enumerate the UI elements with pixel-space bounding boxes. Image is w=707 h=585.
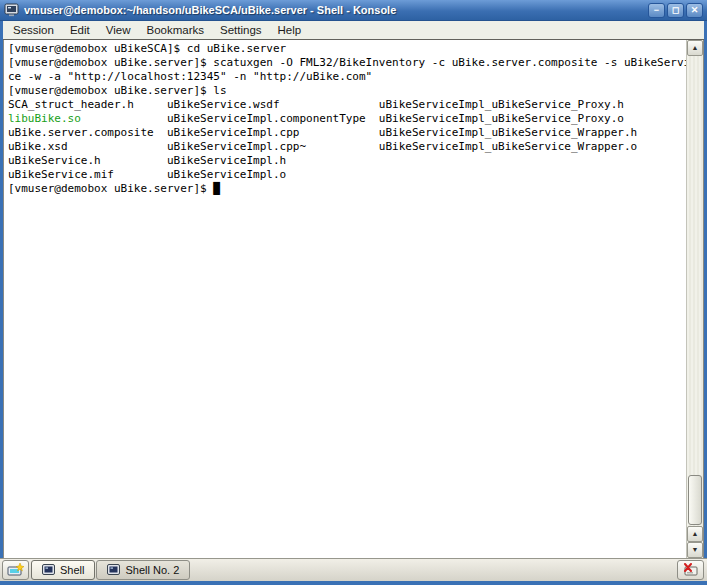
tab-shell-no-2[interactable]: Shell No. 2 — [96, 560, 190, 580]
terminal-line: uBike.server.composite uBikeServiceImpl.… — [8, 126, 686, 140]
menu-item-settings[interactable]: Settings — [212, 22, 270, 38]
terminal-line: uBikeService.mif uBikeServiceImpl.o — [8, 168, 686, 182]
terminal-text-segment: uBike.server.composite uBikeServiceImpl.… — [8, 126, 637, 139]
terminal-line: [vmuser@demobox uBike.server]$ ls — [8, 84, 686, 98]
menu-item-help[interactable]: Help — [270, 22, 310, 38]
tab-list: ShellShell No. 2 — [31, 560, 190, 581]
close-session-icon — [682, 563, 699, 577]
terminal-line: uBike.xsd uBikeServiceImpl.cpp~ uBikeSer… — [8, 140, 686, 154]
terminal-text-segment: uBikeService.mif uBikeServiceImpl.o — [8, 168, 286, 181]
tab-bar: ShellShell No. 2 — [0, 558, 707, 581]
scrollbar[interactable]: ▲ ▲ ▼ — [686, 40, 703, 558]
terminal-line: [vmuser@demobox uBike.server]$ scatuxgen… — [8, 56, 686, 70]
menu-item-view[interactable]: View — [98, 22, 139, 38]
terminal-line: libuBike.so uBikeServiceImpl.componentTy… — [8, 112, 686, 126]
menu-item-edit[interactable]: Edit — [62, 22, 98, 38]
scrollbar-track[interactable] — [687, 56, 703, 526]
new-session-icon — [7, 563, 25, 578]
menu-item-session[interactable]: Session — [5, 22, 62, 38]
terminal-text-segment: [vmuser@demobox uBike.server]$ scatuxgen… — [8, 56, 686, 69]
terminal-area: [vmuser@demobox uBikeSCA]$ cd uBike.serv… — [3, 40, 704, 558]
close-session-button[interactable] — [677, 560, 704, 580]
scroll-up-button[interactable]: ▲ — [687, 40, 703, 56]
tab-label: Shell — [60, 564, 84, 576]
scroll-down-button[interactable]: ▼ — [687, 542, 703, 558]
terminal[interactable]: [vmuser@demobox uBikeSCA]$ cd uBike.serv… — [4, 40, 686, 558]
terminal-text-segment: uBike.xsd uBikeServiceImpl.cpp~ uBikeSer… — [8, 140, 637, 153]
terminal-line: ce -w -a "http://localhost:12345" -n "ht… — [8, 70, 686, 84]
minimize-button[interactable]: − — [648, 3, 665, 18]
window-title: vmuser@demobox:~/handson/uBikeSCA/uBike.… — [24, 4, 643, 16]
new-session-button[interactable] — [2, 560, 29, 580]
window-titlebar[interactable]: vmuser@demobox:~/handson/uBikeSCA/uBike.… — [0, 0, 707, 21]
terminal-text-segment: [vmuser@demobox uBike.server]$ — [8, 182, 213, 195]
scroll-up-button-bottom[interactable]: ▲ — [687, 526, 703, 542]
close-button[interactable]: ✕ — [686, 3, 703, 18]
konsole-icon — [4, 3, 19, 17]
terminal-cursor: █ — [213, 182, 220, 195]
terminal-line: uBikeService.h uBikeServiceImpl.h — [8, 154, 686, 168]
terminal-text-segment: SCA_struct_header.h uBikeService.wsdf uB… — [8, 98, 624, 111]
terminal-text-segment: uBikeService.h uBikeServiceImpl.h — [8, 154, 286, 167]
window-controls: − ◻ ✕ — [648, 3, 703, 18]
terminal-text-segment: [vmuser@demobox uBikeSCA]$ cd uBike.serv… — [8, 42, 286, 55]
terminal-line: [vmuser@demobox uBikeSCA]$ cd uBike.serv… — [8, 42, 686, 56]
menu-bar: SessionEditViewBookmarksSettingsHelp — [3, 21, 704, 40]
scrollbar-thumb[interactable] — [688, 475, 702, 525]
tab-label: Shell No. 2 — [125, 564, 179, 576]
terminal-line: [vmuser@demobox uBike.server]$ █ — [8, 182, 686, 196]
shared-library-filename: libuBike.so — [8, 112, 81, 125]
terminal-text-segment: ce -w -a "http://localhost:12345" -n "ht… — [8, 70, 372, 83]
terminal-text-segment: uBikeServiceImpl.componentType uBikeServ… — [81, 112, 624, 125]
konsole-tab-icon — [42, 564, 55, 576]
menu-item-bookmarks[interactable]: Bookmarks — [138, 22, 212, 38]
konsole-tab-icon — [107, 564, 120, 576]
konsole-window: vmuser@demobox:~/handson/uBikeSCA/uBike.… — [0, 0, 707, 585]
terminal-text-segment: [vmuser@demobox uBike.server]$ ls — [8, 84, 227, 97]
maximize-button[interactable]: ◻ — [667, 3, 684, 18]
tab-shell[interactable]: Shell — [31, 560, 95, 580]
terminal-text: [vmuser@demobox uBikeSCA]$ cd uBike.serv… — [8, 42, 686, 196]
terminal-line: SCA_struct_header.h uBikeService.wsdf uB… — [8, 98, 686, 112]
